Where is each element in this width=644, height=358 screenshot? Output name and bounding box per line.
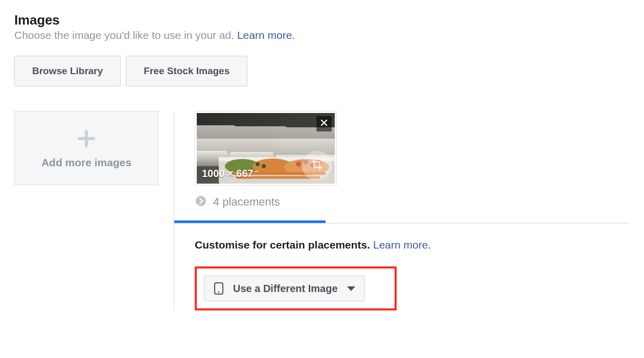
free-stock-images-button[interactable]: Free Stock Images — [126, 56, 247, 86]
svg-rect-1 — [78, 137, 95, 140]
crop-image-button[interactable] — [302, 151, 332, 181]
use-different-image-label: Use a Different Image — [233, 283, 338, 295]
learn-more-link[interactable]: Learn more. — [237, 29, 295, 41]
add-more-images-label: Add more images — [41, 156, 131, 169]
mobile-icon — [214, 282, 224, 295]
svg-rect-20 — [197, 113, 335, 139]
divider — [174, 223, 630, 223]
plus-icon — [76, 128, 97, 151]
crop-icon — [311, 159, 323, 172]
customise-learn-more-link[interactable]: Learn more. — [373, 239, 431, 251]
highlighted-region: Use a Different Image — [195, 266, 397, 310]
customise-text: Customise for certain placements. — [195, 239, 373, 251]
browse-library-button[interactable]: Browse Library — [14, 56, 121, 86]
svg-point-21 — [196, 196, 206, 206]
image-dimensions: 1000 × 667 — [202, 168, 254, 180]
svg-point-19 — [262, 164, 266, 168]
placements-count: 4 placements — [213, 195, 280, 209]
remove-image-button[interactable] — [316, 116, 332, 131]
arrow-right-icon — [195, 195, 207, 209]
svg-point-14 — [296, 162, 301, 167]
image-thumbnail[interactable]: 1000 × 667 — [195, 111, 337, 186]
svg-point-23 — [218, 292, 220, 293]
chevron-down-icon — [347, 286, 355, 291]
section-subtitle: Choose the image you'd like to use in yo… — [14, 29, 237, 41]
add-more-images-tile[interactable]: Add more images — [14, 111, 158, 185]
use-different-image-button[interactable]: Use a Different Image — [204, 276, 365, 301]
svg-point-18 — [256, 162, 260, 166]
close-icon — [320, 119, 328, 129]
section-title: Images — [14, 12, 630, 28]
